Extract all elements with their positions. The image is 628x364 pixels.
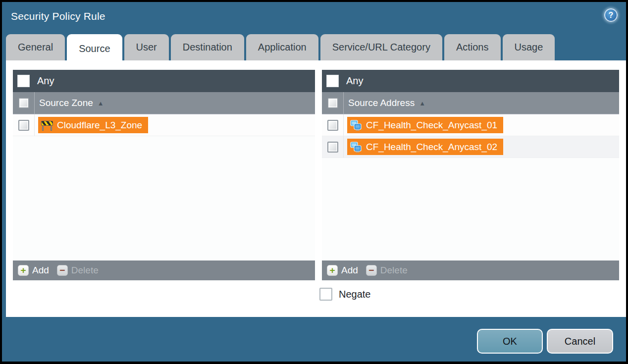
source-address-column-header: Source Address ▲	[322, 92, 619, 114]
minus-icon: −	[57, 265, 68, 276]
tab-source[interactable]: Source	[67, 34, 122, 63]
source-zone-column-title: Source Zone	[39, 98, 93, 108]
ok-button[interactable]: OK	[477, 329, 543, 354]
row-checkbox[interactable]	[327, 120, 338, 131]
plus-icon: +	[18, 265, 29, 276]
tab-application[interactable]: Application	[246, 34, 318, 60]
minus-icon: −	[366, 265, 377, 276]
help-icon[interactable]: ?	[604, 8, 618, 22]
source-address-column-title: Source Address	[348, 98, 415, 108]
zone-icon	[41, 119, 53, 131]
source-zone-any-header: Any	[13, 70, 315, 92]
dialog-title: Security Policy Rule	[11, 10, 105, 22]
source-zone-any-label: Any	[37, 75, 54, 87]
sort-asc-icon: ▲	[98, 100, 104, 106]
add-button-label: Add	[32, 265, 49, 276]
source-address-entry[interactable]: CF_Health_Check_Anycast_01	[347, 117, 503, 133]
tab-bar: General Source User Destination Applicat…	[6, 34, 555, 60]
cancel-button[interactable]: Cancel	[547, 329, 613, 354]
address-entry-label: CF_Health_Check_Anycast_02	[366, 142, 497, 153]
table-row: CF_Health_Check_Anycast_01	[322, 114, 619, 136]
tab-destination[interactable]: Destination	[171, 34, 244, 60]
source-zone-list: Cloudflare_L3_Zone	[13, 114, 315, 260]
negate-label: Negate	[339, 289, 371, 300]
row-checkbox[interactable]	[327, 142, 338, 153]
source-address-list: CF_Health_Check_Anycast_01	[322, 114, 619, 260]
tab-actions[interactable]: Actions	[444, 34, 501, 60]
source-zone-column-title-cell[interactable]: Source Zone ▲	[35, 98, 104, 108]
source-zone-entry[interactable]: Cloudflare_L3_Zone	[38, 117, 148, 133]
tab-user[interactable]: User	[124, 34, 169, 60]
plus-icon: +	[327, 265, 338, 276]
add-button-label: Add	[341, 265, 358, 276]
add-button[interactable]: + Add	[327, 265, 358, 276]
security-policy-rule-dialog: Security Policy Rule ? General Source Us…	[2, 2, 626, 362]
row-checkbox[interactable]	[18, 120, 29, 131]
tab-content-source: Any Source Zone ▲ Cloudflare_L3_Zone	[6, 60, 626, 317]
sort-asc-icon: ▲	[419, 100, 425, 106]
zone-entry-label: Cloudflare_L3_Zone	[57, 120, 142, 131]
tab-usage[interactable]: Usage	[503, 34, 555, 60]
source-address-panel: Any Source Address ▲	[322, 70, 619, 280]
add-button[interactable]: + Add	[18, 265, 49, 276]
delete-button[interactable]: − Delete	[57, 265, 99, 276]
source-zone-panel: Any Source Zone ▲ Cloudflare_L3_Zone	[13, 70, 315, 280]
tab-service-url-category[interactable]: Service/URL Category	[320, 34, 442, 60]
source-address-any-checkbox[interactable]	[326, 75, 339, 87]
negate-checkbox[interactable]	[319, 288, 332, 301]
negate-row: Negate	[319, 288, 371, 301]
source-address-select-all-checkbox[interactable]	[327, 98, 338, 108]
source-address-footer: + Add − Delete	[322, 260, 619, 280]
table-row: CF_Health_Check_Anycast_02	[322, 136, 619, 158]
address-icon	[350, 119, 363, 131]
delete-button-label: Delete	[71, 265, 99, 276]
source-address-entry[interactable]: CF_Health_Check_Anycast_02	[347, 139, 503, 155]
source-address-column-title-cell[interactable]: Source Address ▲	[344, 98, 425, 108]
delete-button[interactable]: − Delete	[366, 265, 408, 276]
source-zone-any-checkbox[interactable]	[17, 75, 30, 87]
source-address-any-header: Any	[322, 70, 619, 92]
source-zone-footer: + Add − Delete	[13, 260, 315, 280]
address-entry-label: CF_Health_Check_Anycast_01	[366, 120, 497, 131]
source-zone-select-all-checkbox[interactable]	[18, 98, 29, 108]
source-address-any-label: Any	[346, 75, 363, 87]
table-row: Cloudflare_L3_Zone	[13, 114, 315, 136]
tab-general[interactable]: General	[6, 34, 65, 60]
source-zone-column-header: Source Zone ▲	[13, 92, 315, 114]
address-icon	[350, 141, 363, 153]
delete-button-label: Delete	[380, 265, 408, 276]
